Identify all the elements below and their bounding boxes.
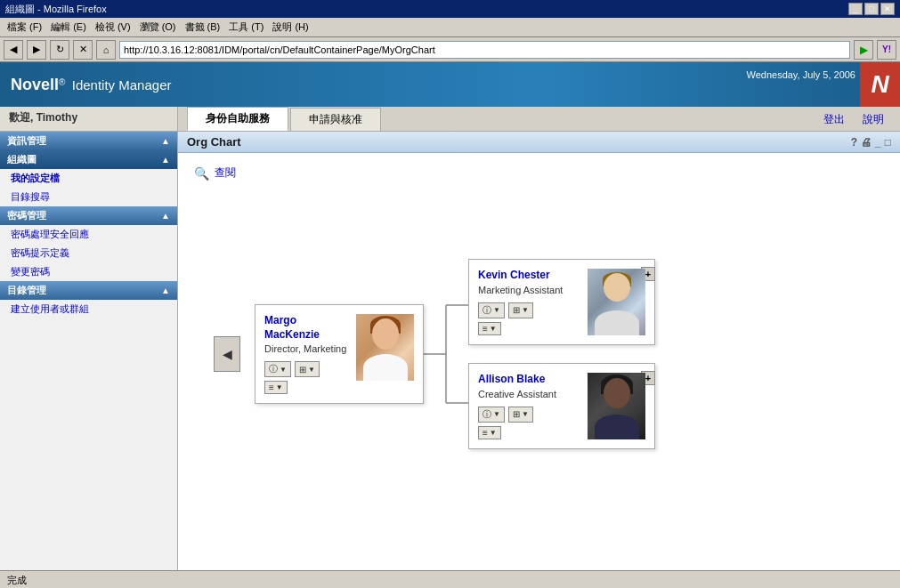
margo-photo <box>356 314 414 381</box>
sidebar-item-create-user[interactable]: 建立使用者或群組 <box>0 300 177 318</box>
kevin-info-btn[interactable]: ⓘ▼ <box>478 302 505 318</box>
sidebar-item-directory-search[interactable]: 目錄搜尋 <box>0 188 177 206</box>
dropdown-arrow: ▼ <box>308 366 315 374</box>
margo-name[interactable]: MargoMacKenzie <box>264 314 349 342</box>
search-label[interactable]: 查閱 <box>215 165 236 181</box>
doc-icon: ≡ <box>482 324 488 334</box>
sidebar-section-password[interactable]: 密碼管理 ▲ <box>0 206 177 225</box>
yahoo-button[interactable]: Y! <box>877 40 896 60</box>
novell-logo: Novell® Identity Manager <box>11 76 171 94</box>
panel-title: Org Chart <box>187 135 241 149</box>
search-bar: 🔍 查閱 <box>187 162 891 184</box>
dropdown-arrow: ▼ <box>276 383 283 391</box>
help-link[interactable]: 說明 <box>855 112 891 127</box>
connector-svg <box>424 256 468 452</box>
org-icon: ⊞ <box>513 305 520 315</box>
sidebar-item-pwd-challenge[interactable]: 密碼處理安全回應 <box>0 225 177 244</box>
help-panel-icon[interactable]: ? <box>851 136 857 149</box>
kevin-name[interactable]: Kevin Chester <box>478 269 580 283</box>
menu-tools[interactable]: 工具 (T) <box>225 20 267 35</box>
kevin-title: Marketing Assistant <box>478 285 580 295</box>
welcome-text: 歡迎, Timothy <box>9 111 77 124</box>
nav-arrow-left[interactable]: ◀ <box>214 336 240 372</box>
back-button[interactable]: ◀ <box>4 40 23 60</box>
sidebar-item-my-profile[interactable]: 我的設定檔 <box>0 169 177 188</box>
home-button[interactable]: ⌂ <box>96 40 116 60</box>
dropdown-arrow: ▼ <box>280 366 287 374</box>
allison-org-btn[interactable]: ⊞▼ <box>508 407 533 423</box>
allison-info: Allison Blake Creative Assistant ⓘ▼ ⊞▼ ≡… <box>478 373 580 439</box>
minimize-button[interactable]: _ <box>848 3 863 15</box>
title-bar: 組織圖 - Mozilla Firefox _ □ ✕ <box>0 0 900 18</box>
allison-doc-btn[interactable]: ≡▼ <box>478 426 501 439</box>
sidebar-item-change-pwd[interactable]: 變更密碼 <box>0 262 177 281</box>
forward-button[interactable]: ▶ <box>27 40 46 60</box>
kevin-doc-btn[interactable]: ≡▼ <box>478 322 501 335</box>
status-bar: 完成 <box>0 570 900 588</box>
kevin-photo <box>588 269 645 335</box>
novell-n-logo: N <box>860 62 900 107</box>
sidebar-item-pwd-hint[interactable]: 密碼提示定義 <box>0 244 177 262</box>
menu-view[interactable]: 檢視 (V) <box>92 20 134 35</box>
margo-org-btn[interactable]: ⊞▼ <box>295 361 320 377</box>
doc-icon: ≡ <box>482 428 488 438</box>
menu-help[interactable]: 說明 (H) <box>269 20 312 35</box>
margo-doc-btn[interactable]: ≡▼ <box>264 381 288 394</box>
kevin-info: Kevin Chester Marketing Assistant ⓘ▼ ⊞▼ … <box>478 269 580 335</box>
person-card-allison: + Allison Blake Creative Assistant ⓘ▼ ⊞▼ <box>468 363 655 449</box>
margo-title: Director, Marketing <box>264 343 349 354</box>
tab-request-approval[interactable]: 申請與核准 <box>290 108 381 131</box>
info-icon: ⓘ <box>269 363 278 375</box>
go-button[interactable]: ▶ <box>854 40 873 60</box>
allison-actions: ⓘ▼ ⊞▼ <box>478 407 580 423</box>
search-icon: 🔍 <box>194 166 209 181</box>
novell-date: Wednesday, July 5, 2006 <box>746 69 855 80</box>
logout-link[interactable]: 登出 <box>816 112 852 127</box>
allison-photo <box>588 373 645 439</box>
margo-actions: ⓘ▼ ⊞▼ <box>264 361 349 377</box>
kevin-org-btn[interactable]: ⊞▼ <box>508 302 533 318</box>
novell-product: Identity Manager <box>72 77 172 93</box>
info-icon: ⓘ <box>482 408 491 421</box>
address-bar[interactable] <box>119 41 850 59</box>
menu-file[interactable]: 檔案 (F) <box>4 20 45 35</box>
margo-info-btn[interactable]: ⓘ▼ <box>264 361 291 377</box>
tab-self-service[interactable]: 身份自助服務 <box>187 107 288 131</box>
org-chart: ◀ MargoMacKenzie Director, Marketing ⓘ▼ … <box>187 198 891 510</box>
content-area: Org Chart ? 🖨 _ □ 🔍 查閱 ◀ <box>178 132 900 570</box>
browser-title: 組織圖 - Mozilla Firefox <box>5 3 107 16</box>
stop-button[interactable]: ✕ <box>73 40 93 60</box>
menu-bar: 檔案 (F) 編輯 (E) 檢視 (V) 瀏覽 (O) 書籤 (B) 工具 (T… <box>0 18 900 37</box>
status-text: 完成 <box>7 574 27 587</box>
reload-button[interactable]: ↻ <box>50 40 69 60</box>
margo-info: MargoMacKenzie Director, Marketing ⓘ▼ ⊞▼… <box>264 314 349 394</box>
maximize-button[interactable]: □ <box>864 3 879 15</box>
org-icon: ⊞ <box>299 365 306 375</box>
right-cards: + Kevin Chester Marketing Assistant ⓘ▼ ⊞… <box>468 259 655 449</box>
kevin-actions: ⓘ▼ ⊞▼ <box>478 302 580 318</box>
novell-header: Novell® Identity Manager Wednesday, July… <box>0 62 900 107</box>
maximize-panel-icon[interactable]: □ <box>885 136 891 149</box>
allison-name[interactable]: Allison Blake <box>478 373 580 387</box>
sidebar-section-directory[interactable]: 目錄管理 ▲ <box>0 281 177 300</box>
sidebar-section-info[interactable]: 資訊管理 ▲ <box>0 132 177 150</box>
panel-body: 🔍 查閱 ◀ MargoMacKenzie Director, Marketin… <box>178 153 900 570</box>
print-panel-icon[interactable]: 🖨 <box>861 136 872 149</box>
close-button[interactable]: ✕ <box>880 3 895 15</box>
doc-icon: ≡ <box>269 383 274 392</box>
menu-edit[interactable]: 編輯 (E) <box>47 20 90 35</box>
info-icon: ⓘ <box>482 304 491 317</box>
sidebar-section-org[interactable]: 組織圖 ▲ <box>0 150 177 169</box>
person-card-kevin: + Kevin Chester Marketing Assistant ⓘ▼ ⊞… <box>468 259 655 345</box>
person-card-margo: MargoMacKenzie Director, Marketing ⓘ▼ ⊞▼… <box>255 304 424 404</box>
minimize-panel-icon[interactable]: _ <box>875 136 881 149</box>
allison-info-btn[interactable]: ⓘ▼ <box>478 407 505 423</box>
menu-bookmarks[interactable]: 書籤 (B) <box>182 20 224 35</box>
sidebar: 資訊管理 ▲ 組織圖 ▲ 我的設定檔 目錄搜尋 密碼管理 ▲ 密碼處理安全回應 … <box>0 132 178 570</box>
nav-arrow-icon: ◀ <box>223 347 232 361</box>
panel-header: Org Chart ? 🖨 _ □ <box>178 132 900 153</box>
menu-browse[interactable]: 瀏覽 (O) <box>136 20 180 35</box>
allison-title: Creative Assistant <box>478 389 580 399</box>
toolbar: ◀ ▶ ↻ ✕ ⌂ ▶ Y! <box>0 37 900 62</box>
org-icon: ⊞ <box>513 409 520 419</box>
